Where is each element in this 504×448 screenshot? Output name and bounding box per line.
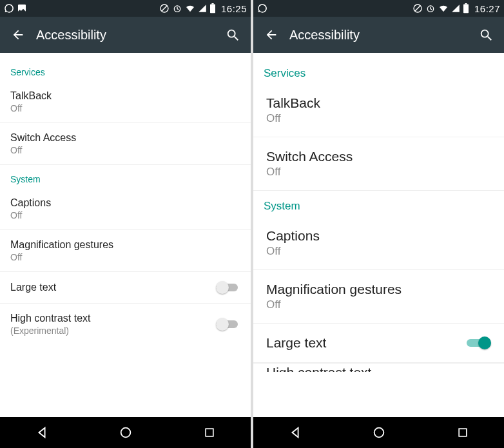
no-sim-icon [412,3,423,14]
item-title: Switch Access [266,149,491,164]
item-sub: Off [10,145,240,155]
svg-rect-13 [465,3,467,5]
search-icon [479,28,493,42]
settings-list: Services TalkBack Off Switch Access Off … [0,53,251,417]
svg-point-7 [121,428,131,438]
large-text-switch[interactable] [467,336,491,349]
item-sub: Off [266,166,491,179]
item-sub: Off [10,252,240,262]
status-time: 16:27 [474,3,500,14]
item-large-text[interactable]: Large text [0,272,251,304]
item-sub: Off [10,103,240,113]
item-sub: Off [266,245,491,258]
nav-recent-icon[interactable] [203,426,216,439]
arrow-back-icon [11,28,25,42]
battery-icon [209,3,216,14]
signal-icon [451,4,460,13]
item-title: Large text [266,335,467,351]
svg-rect-17 [459,429,467,436]
svg-rect-3 [210,5,215,14]
large-text-switch[interactable] [216,281,240,294]
svg-point-16 [374,428,384,438]
svg-point-5 [228,30,235,37]
search-icon [226,28,240,42]
item-title: TalkBack [266,95,491,111]
section-header-system: System [0,165,251,188]
arrow-back-icon [264,28,278,42]
search-button[interactable] [473,28,499,42]
item-high-contrast-cutoff[interactable]: High contrast text [253,363,504,372]
nav-bar [0,417,251,448]
svg-line-6 [235,37,238,41]
phone-left: 16:25 Accessibility Services TalkBack Of… [0,0,251,448]
status-bar: 16:25 [0,0,251,17]
item-title: Captions [10,197,240,209]
item-magnification[interactable]: Magnification gestures Off [253,270,504,324]
item-captions[interactable]: Captions Off [253,217,504,270]
back-button[interactable] [5,28,31,42]
phone-right: 16:27 Accessibility Services TalkBack Of… [253,0,504,448]
item-magnification[interactable]: Magnification gestures Off [0,230,251,272]
alarm-icon [425,3,436,14]
section-header-services: Services [0,58,251,81]
search-button[interactable] [220,28,246,42]
whatsapp-icon [4,3,14,14]
nav-recent-icon[interactable] [456,426,469,439]
nav-back-icon[interactable] [35,425,49,440]
svg-rect-8 [206,429,213,436]
item-title: TalkBack [10,90,240,102]
svg-rect-12 [463,5,469,14]
item-title: Magnification gestures [266,282,491,297]
wifi-icon [438,3,449,14]
item-sub: Off [10,210,240,220]
no-sim-icon [159,3,170,14]
nav-home-icon[interactable] [372,425,386,440]
nav-back-icon[interactable] [288,425,302,440]
battery-icon [463,3,469,14]
item-sub: Off [266,112,491,125]
high-contrast-switch[interactable] [216,318,240,331]
item-title: Large text [10,282,216,293]
item-captions[interactable]: Captions Off [0,188,251,230]
item-title: Magnification gestures [10,239,240,251]
nav-bar [253,417,504,448]
nav-home-icon[interactable] [119,425,133,440]
item-talkback[interactable]: TalkBack Off [253,84,504,137]
app-bar: Accessibility [253,17,504,53]
section-header-system: System [253,191,504,217]
alarm-icon [172,3,182,14]
status-time: 16:25 [221,3,247,14]
svg-line-10 [415,6,420,11]
item-title: Captions [266,228,491,244]
status-bar: 16:27 [253,0,504,17]
back-button[interactable] [258,28,284,42]
item-large-text[interactable]: Large text [253,324,504,363]
app-bar: Accessibility [0,17,251,53]
settings-list: Services TalkBack Off Switch Access Off … [253,53,504,417]
item-sub: Off [266,298,491,311]
whatsapp-icon [257,3,267,14]
image-icon [17,3,27,14]
svg-rect-4 [211,3,213,5]
svg-line-15 [488,37,492,41]
item-talkback[interactable]: TalkBack Off [0,81,251,123]
page-title: Accessibility [289,28,473,43]
signal-icon [198,4,207,13]
item-sub: (Experimental) [10,326,216,336]
svg-line-1 [162,6,167,11]
item-title: Switch Access [10,132,240,144]
item-title: High contrast text [10,313,216,324]
section-header-services: Services [253,58,504,84]
item-switch-access[interactable]: Switch Access Off [0,123,251,165]
wifi-icon [185,3,195,14]
page-title: Accessibility [36,28,220,43]
item-high-contrast[interactable]: High contrast text (Experimental) [0,304,251,345]
item-switch-access[interactable]: Switch Access Off [253,137,504,191]
svg-point-14 [481,30,489,37]
